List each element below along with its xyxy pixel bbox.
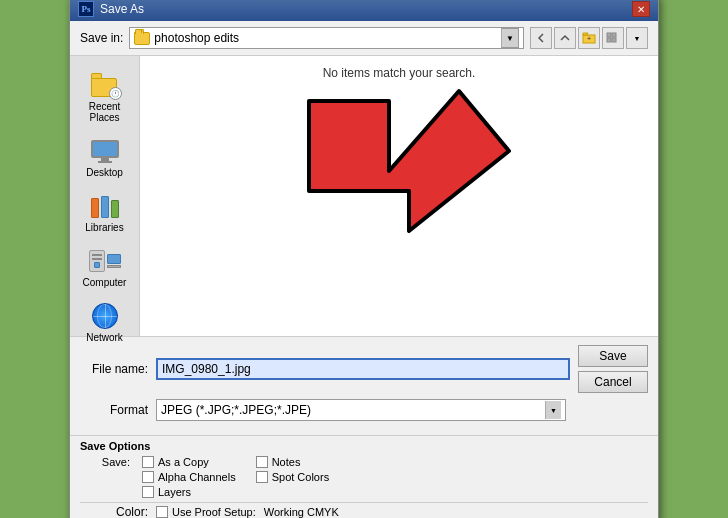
title-bar: Ps Save As ✕: [70, 0, 658, 21]
option-notes: Notes: [256, 456, 329, 468]
save-in-dropdown[interactable]: photoshop edits ▼: [129, 27, 524, 49]
save-in-label: Save in:: [80, 31, 123, 45]
color-section: Color: Use Proof Setup: Working CMYK: [70, 503, 658, 518]
new-folder-button[interactable]: +: [578, 27, 600, 49]
notes-label: Notes: [272, 456, 301, 468]
save-in-folder-name: photoshop edits: [154, 31, 497, 45]
alpha-channels-label: Alpha Channels: [158, 471, 236, 483]
close-button[interactable]: ✕: [632, 1, 650, 17]
libraries-icon: [89, 192, 121, 220]
layers-checkbox[interactable]: [142, 486, 154, 498]
svg-rect-4: [607, 38, 611, 42]
format-dropdown[interactable]: JPEG (*.JPG;*.JPEG;*.JPE) ▼: [156, 399, 566, 421]
format-label: Format: [80, 403, 148, 417]
options-col-left: As a Copy Alpha Channels Layers: [142, 456, 236, 498]
file-area: No items match your search.: [140, 56, 658, 336]
save-options-title: Save Options: [80, 440, 648, 452]
computer-icon: [89, 247, 121, 275]
sidebar-computer-label: Computer: [83, 277, 127, 288]
recent-places-icon: 🕐: [89, 71, 121, 99]
layers-label: Layers: [158, 486, 191, 498]
option-layers: Layers: [142, 486, 236, 498]
cancel-button[interactable]: Cancel: [578, 371, 648, 393]
as-copy-checkbox[interactable]: [142, 456, 154, 468]
svg-marker-6: [309, 91, 509, 231]
sidebar-item-network[interactable]: Network: [75, 297, 135, 348]
spot-colors-checkbox[interactable]: [256, 471, 268, 483]
svg-text:+: +: [587, 35, 591, 42]
option-alpha-channels: Alpha Channels: [142, 471, 236, 483]
bottom-section: File name: Save Cancel Format JPEG (*.JP…: [70, 336, 658, 435]
view-more-button[interactable]: ▼: [626, 27, 648, 49]
format-arrow[interactable]: ▼: [545, 401, 561, 419]
app-icon: Ps: [78, 1, 94, 17]
nav-back-button[interactable]: [530, 27, 552, 49]
save-in-toolbar: Save in: photoshop edits ▼ +: [70, 21, 658, 56]
network-icon: [89, 302, 121, 330]
format-row: Format JPEG (*.JPG;*.JPEG;*.JPE) ▼: [80, 399, 648, 421]
save-options-section: Save Options Save: As a Copy Alpha Chann…: [70, 435, 658, 502]
format-value: JPEG (*.JPG;*.JPEG;*.JPE): [161, 403, 311, 417]
sidebar: 🕐 Recent Places Desktop: [70, 56, 140, 336]
spot-colors-label: Spot Colors: [272, 471, 329, 483]
desktop-icon: [89, 137, 121, 165]
arrow-indicator: [140, 56, 658, 336]
svg-rect-2: [607, 33, 611, 37]
sidebar-recent-label: Recent Places: [80, 101, 130, 123]
red-arrow-svg: [279, 81, 519, 311]
svg-rect-5: [612, 38, 616, 42]
filename-input[interactable]: [156, 358, 570, 380]
profile-value: Working CMYK: [264, 506, 339, 518]
alpha-channels-checkbox[interactable]: [142, 471, 154, 483]
use-proof-label: Use Proof Setup:: [172, 506, 256, 518]
svg-rect-3: [612, 33, 616, 37]
action-buttons: Save Cancel: [578, 345, 648, 393]
save-in-arrow[interactable]: ▼: [501, 28, 519, 48]
empty-message: No items match your search.: [140, 66, 658, 80]
nav-up-button[interactable]: [554, 27, 576, 49]
use-proof-checkbox[interactable]: [156, 506, 168, 518]
as-copy-label: As a Copy: [158, 456, 209, 468]
save-options-columns: As a Copy Alpha Channels Layers Notes: [142, 456, 329, 498]
option-as-copy: As a Copy: [142, 456, 236, 468]
folder-icon: [134, 32, 150, 45]
save-button[interactable]: Save: [578, 345, 648, 367]
toolbar-icons: + ▼: [530, 27, 648, 49]
sidebar-network-label: Network: [86, 332, 123, 343]
notes-checkbox[interactable]: [256, 456, 268, 468]
sidebar-item-recent[interactable]: 🕐 Recent Places: [75, 66, 135, 128]
sidebar-item-computer[interactable]: Computer: [75, 242, 135, 293]
options-col-right: Notes Spot Colors: [256, 456, 329, 498]
color-label: Color:: [80, 505, 148, 518]
sidebar-item-desktop[interactable]: Desktop: [75, 132, 135, 183]
view-menu-button[interactable]: [602, 27, 624, 49]
sidebar-desktop-label: Desktop: [86, 167, 123, 178]
sidebar-item-libraries[interactable]: Libraries: [75, 187, 135, 238]
filename-row: File name: Save Cancel: [80, 345, 648, 393]
option-spot-colors: Spot Colors: [256, 471, 329, 483]
save-options-save-label: Save:: [80, 456, 130, 468]
use-proof-option: Use Proof Setup: Working CMYK: [156, 506, 339, 518]
filename-label: File name:: [80, 362, 148, 376]
sidebar-libraries-label: Libraries: [85, 222, 123, 233]
dialog-title: Save As: [100, 2, 144, 16]
